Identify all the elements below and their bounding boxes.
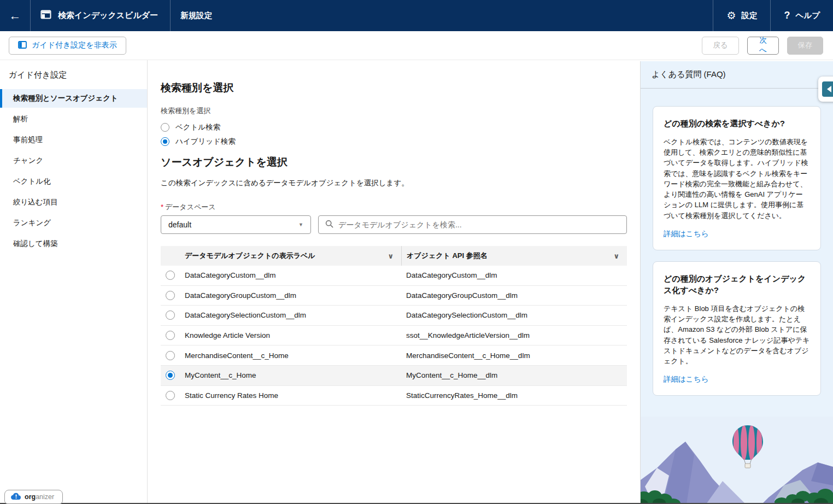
cloud-info-icon [11,493,21,502]
chevron-down-icon: ∨ [613,252,619,260]
back-arrow-icon: ← [9,9,21,23]
radio-hybrid-search[interactable]: ハイブリッド検索 [161,137,627,146]
table-row[interactable]: MerchandiseContent__c_Home MerchandiseCo… [161,345,627,366]
faq-panel-title: よくある質問 (FAQ) [641,61,833,89]
toggle-guided-setup-button[interactable]: ガイド付き設定を非表示 [9,37,126,55]
save-button[interactable]: 保存 [787,37,823,55]
table-row[interactable]: Static Currency Rates Home StaticCurrenc… [161,386,627,406]
action-toolbar: ガイド付き設定を非表示 戻る 次へ 保存 [0,31,833,60]
row-radio[interactable] [166,310,175,320]
nav-tab-new-config[interactable]: 新規設定 [171,0,222,31]
badge-text-rest: anizer [36,493,54,501]
row-radio[interactable] [166,291,175,300]
dataspace-select[interactable]: default ▼ [161,215,311,234]
section-title-search-type: 検索種別を選択 [161,81,627,95]
required-asterisk: * [161,203,163,211]
badge-text-bold: org [25,493,36,501]
radio-vector-search[interactable]: ベクトル検索 [161,122,627,132]
row-radio[interactable] [166,331,175,340]
source-object-controls: default ▼ [161,215,627,234]
table-row[interactable]: DataCategoryCustom__dlm DataCategoryCust… [161,266,627,286]
panel-icon [18,41,27,50]
table-row[interactable]: Knowledge Article Version ssot__Knowledg… [161,326,627,346]
settings-menu-button[interactable]: ⚙ 設定 [713,0,770,31]
navbar-spacer [222,0,713,31]
sidebar-item-parsing[interactable]: 解析 [0,110,147,128]
app-navbar: ← 検索インデックスビルダー 新規設定 ⚙ 設定 ? ヘルプ [0,0,833,31]
object-search-input[interactable] [338,220,620,229]
row-radio[interactable] [166,351,175,360]
row-radio[interactable] [166,271,175,280]
gear-icon: ⚙ [726,9,736,22]
back-button[interactable]: ← [0,0,31,31]
app-brand[interactable]: 検索インデックスビルダー [31,0,171,31]
radio-selected-icon [161,137,169,146]
object-table: データモデルオブジェクトの表示ラベル ∨ オブジェクト API 参照名 ∨ Da… [161,246,627,406]
app-title: 検索インデックスビルダー [58,10,158,21]
column-header-api-name[interactable]: オブジェクト API 参照名 ∨ [401,246,627,266]
help-label: ヘルプ [795,10,820,21]
object-search-box[interactable] [318,215,627,234]
sidebar-item-filter-fields[interactable]: 絞り込む項目 [0,193,147,212]
faq-card-search-type: どの種別の検索を選択すべきか? ベクトル検索では、コンテンツの数値表現を使用して… [653,106,821,250]
search-type-radio-group: ベクトル検索 ハイブリッド検索 [161,122,627,146]
mountain-balloon-illustration [641,417,833,504]
faq-body: どの種別の検索を選択すべきか? ベクトル検索では、コンテンツの数値表現を使用して… [641,89,833,396]
next-step-button[interactable]: 次へ [747,37,779,55]
table-row-selected[interactable]: MyContent__c_Home MyContent__c_Home__dlm [161,366,627,386]
search-icon [325,220,333,230]
source-object-description: この検索インデックスに含めるデータモデルオブジェクトを選択します。 [161,178,627,188]
faq-panel: よくある質問 (FAQ) どの種別の検索を選択すべきか? ベクトル検索では、コン… [640,61,833,504]
back-step-button[interactable]: 戻る [702,37,739,55]
object-table-header: データモデルオブジェクトの表示ラベル ∨ オブジェクト API 参照名 ∨ [161,246,627,266]
dataspace-selected-value: default [168,220,191,229]
table-row[interactable]: DataCategorySelectionCustom__dlm DataCat… [161,306,627,326]
faq-learn-more-link[interactable]: 詳細はこちら [664,375,708,383]
dropdown-arrow-icon: ▼ [298,222,303,227]
builder-icon [40,9,51,22]
wizard-buttons: 戻る 次へ 保存 [702,37,823,55]
dataspace-field-label: *データスペース [161,202,627,212]
faq-collapse-tab[interactable] [818,77,833,102]
main-panel: 検索種別を選択 検索種別を選択 ベクトル検索 ハイブリッド検索 ソースオブジェク… [148,60,640,504]
help-icon: ? [784,10,790,21]
collapse-panel-button[interactable] [822,81,833,97]
sidebar-item-ranking[interactable]: ランキング [0,214,147,232]
faq-learn-more-link[interactable]: 詳細はこちら [664,230,708,238]
chevron-left-icon [827,86,831,92]
table-row[interactable]: DataCategoryGroupCustom__dlm DataCategor… [161,286,627,306]
sidebar-heading: ガイド付き設定 [0,70,147,89]
help-menu-button[interactable]: ? ヘルプ [770,0,833,31]
search-type-field-label: 検索種別を選択 [161,106,627,116]
sidebar-item-review-build[interactable]: 確認して構築 [0,235,147,253]
sidebar-item-chunking[interactable]: チャンク [0,151,147,170]
sidebar-item-search-type[interactable]: 検索種別とソースオブジェクト [0,89,147,108]
section-title-source-object: ソースオブジェクトを選択 [161,155,627,169]
faq-card-object-type: どの種別のオブジェクトをインデックス化すべきか? テキスト Blob 項目を含む… [653,261,821,396]
chevron-down-icon: ∨ [388,252,394,260]
radio-icon [161,123,169,132]
content-area: ガイド付き設定 検索種別とソースオブジェクト 解析 事前処理 チャンク ベクトル… [0,60,833,504]
guided-setup-sidebar: ガイド付き設定 検索種別とソースオブジェクト 解析 事前処理 チャンク ベクトル… [0,60,148,504]
settings-label: 設定 [741,10,757,21]
organizer-extension-badge[interactable]: organizer [4,490,63,504]
sidebar-item-preprocessing[interactable]: 事前処理 [0,131,147,149]
row-radio-selected[interactable] [166,371,175,380]
row-radio[interactable] [166,391,175,400]
sidebar-item-vectorization[interactable]: ベクトル化 [0,172,147,191]
column-header-display-label[interactable]: データモデルオブジェクトの表示ラベル ∨ [161,246,401,266]
